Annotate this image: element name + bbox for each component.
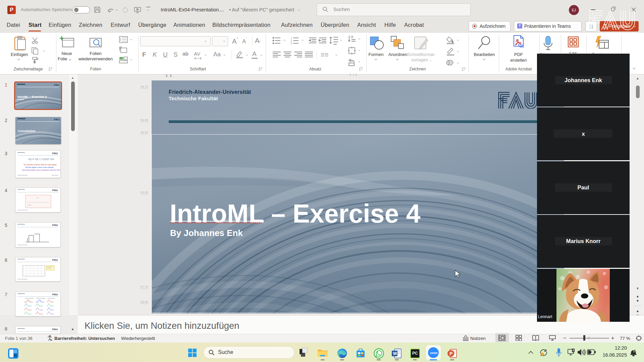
svg-text:FAU: FAU bbox=[52, 189, 58, 192]
svg-text:• • •: • • • bbox=[36, 197, 39, 199]
svg-text:and accumulate every interacti: and accumulate every interaction with th… bbox=[22, 169, 60, 171]
svg-text:To convolve a kernel with an i: To convolve a kernel with an input signa… bbox=[23, 164, 56, 166]
svg-text:3: 3 bbox=[290, 42, 292, 44]
svg-text:FAU: FAU bbox=[52, 152, 58, 155]
svg-text:FAU: FAU bbox=[52, 293, 58, 296]
svg-text:Convolution: Convolution bbox=[18, 129, 36, 133]
svg-text:A: A bbox=[351, 35, 354, 39]
svg-text:W: W bbox=[393, 351, 397, 356]
svg-text:Convolution: Convolution bbox=[48, 297, 55, 299]
svg-text:z: z bbox=[634, 349, 636, 351]
svg-text:Output function: Output function bbox=[36, 297, 45, 299]
svg-text:IntroML – Exercise 4: IntroML – Exercise 4 bbox=[17, 95, 47, 99]
svg-text:flip the signal, move to the p: flip the signal, move to the position bbox=[25, 166, 54, 168]
svg-text:0 1 0: 0 1 0 bbox=[28, 204, 31, 206]
svg-text:FAU: FAU bbox=[52, 328, 58, 331]
svg-text:FAU: FAU bbox=[52, 258, 58, 261]
svg-text:P: P bbox=[449, 351, 452, 356]
svg-text:x(t) ∗ h(t) = ∫ x(τ)h(t−τ)dτ: x(t) ∗ h(t) = ∫ x(τ)h(t−τ)dτ bbox=[28, 158, 54, 161]
svg-text:FAU: FAU bbox=[52, 224, 58, 227]
svg-text:FAU: FAU bbox=[54, 118, 59, 121]
svg-text:FAU: FAU bbox=[54, 83, 59, 86]
svg-text:Input function: Input function bbox=[25, 297, 34, 299]
